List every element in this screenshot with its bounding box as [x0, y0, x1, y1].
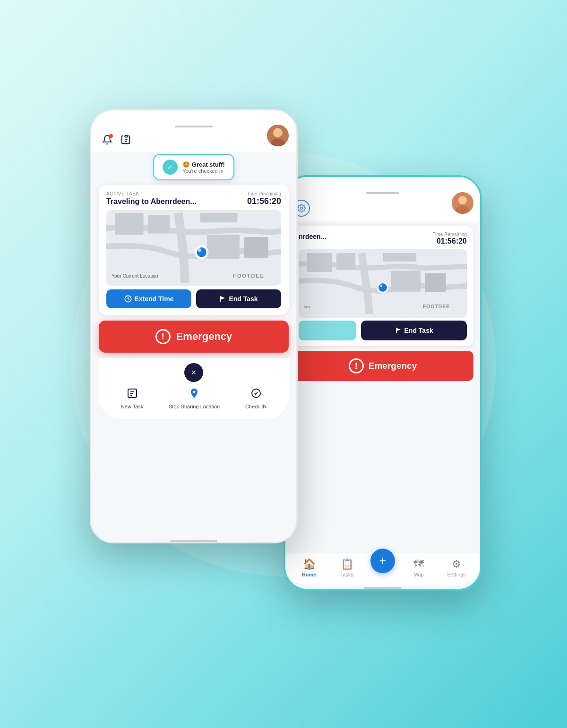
back-avatar: [452, 192, 473, 214]
svg-rect-8: [425, 273, 446, 292]
task-title: Traveling to Abenrdeen...: [106, 197, 197, 206]
new-task-icon: [127, 388, 138, 402]
notification-toast: ✓ 🤩 Great stuff! You're checked In: [153, 154, 234, 180]
back-time-value: 01:56:20: [433, 237, 467, 245]
svg-text:FOOTDEE: FOOTDEE: [423, 304, 450, 309]
bottom-menu: × New Task: [99, 358, 289, 419]
back-emergency-icon: !: [349, 358, 364, 373]
svg-rect-16: [125, 135, 128, 137]
time-remaining-value: 01:56:20: [247, 196, 281, 206]
svg-text:ion: ion: [304, 304, 310, 309]
nav-tasks-label: Tasks: [340, 572, 353, 577]
svg-rect-26: [244, 237, 268, 258]
svg-rect-23: [115, 213, 144, 235]
phone-front: ✓ 🤩 Great stuff! You're checked In Ac: [90, 109, 298, 543]
back-emergency-button[interactable]: ! Emergency: [292, 351, 473, 381]
back-phone-header: [285, 196, 480, 221]
toast-subtitle: You're checked In: [182, 168, 225, 174]
settings-nav-icon: ⚙: [452, 558, 461, 570]
stop-sharing-menu-item[interactable]: Stop Sharing Location: [169, 388, 220, 409]
location-icon: [189, 388, 200, 402]
back-bottom-nav: 🏠 Home 📋 Tasks + 🗺 Map ⚙ Settings: [285, 553, 480, 585]
clock-icon: [124, 295, 132, 303]
svg-rect-7: [391, 271, 421, 292]
svg-rect-35: [221, 296, 221, 302]
task-buttons: Extend Time End Task: [106, 289, 281, 308]
home-icon: 🏠: [303, 558, 316, 570]
front-home-bar: [170, 540, 217, 542]
back-phone-content: nrdeen... Time Remaining 01:56:20: [285, 221, 480, 553]
svg-rect-6: [336, 253, 355, 270]
svg-point-0: [301, 207, 303, 210]
front-status-pill: [175, 126, 213, 127]
svg-text:Your Current Location: Your Current Location: [112, 273, 158, 279]
new-task-menu-item[interactable]: New Task: [121, 388, 143, 409]
svg-point-2: [458, 196, 467, 204]
check-in-label: Check IN: [245, 404, 266, 409]
check-in-menu-item[interactable]: Check IN: [245, 388, 266, 409]
bell-icon[interactable]: [101, 133, 114, 146]
svg-rect-15: [396, 328, 397, 333]
back-task-title: nrdeen...: [299, 233, 326, 240]
svg-rect-27: [200, 213, 238, 222]
front-phone-notch: [163, 110, 224, 124]
flag-icon: [395, 327, 402, 334]
map-container: Your Current Location FOOTDEE: [106, 210, 281, 286]
svg-rect-25: [207, 235, 240, 259]
clipboard-icon[interactable]: [120, 133, 133, 146]
new-task-label: New Task: [121, 404, 143, 409]
flag-icon: [219, 296, 226, 302]
header-icons: [101, 133, 133, 146]
toast-title: 🤩 Great stuff!: [182, 161, 225, 168]
map-icon: 🗺: [413, 558, 424, 570]
svg-point-20: [273, 128, 283, 137]
back-phone-notch: [352, 177, 413, 190]
emergency-button[interactable]: ! Emergency: [99, 321, 289, 353]
nav-settings[interactable]: ⚙ Settings: [442, 558, 471, 577]
nav-map-label: Map: [413, 572, 423, 577]
svg-point-12: [380, 285, 382, 287]
stop-sharing-label: Stop Sharing Location: [169, 404, 220, 409]
toast-check-icon: ✓: [163, 160, 178, 175]
svg-rect-5: [307, 253, 332, 272]
check-in-icon: [250, 388, 262, 402]
nav-home-label: Home: [302, 572, 317, 577]
extend-time-button[interactable]: Extend Time: [106, 289, 191, 308]
phone-back: nrdeen... Time Remaining 01:56:20: [284, 175, 482, 591]
front-avatar: [267, 125, 289, 146]
bell-notification-dot: [109, 134, 113, 138]
nav-tasks[interactable]: 📋 Tasks: [333, 558, 361, 577]
fab-button[interactable]: +: [370, 549, 395, 573]
nav-home[interactable]: 🏠 Home: [295, 558, 323, 577]
back-end-task-button[interactable]: End Task: [361, 321, 467, 340]
time-remaining-label: Time Remaining: [247, 191, 281, 196]
emergency-icon: !: [155, 329, 171, 344]
svg-point-30: [198, 248, 201, 252]
svg-rect-24: [148, 215, 170, 234]
svg-point-11: [378, 283, 387, 292]
back-time-label: Time Remaining: [433, 232, 467, 237]
svg-rect-9: [383, 253, 416, 262]
tasks-icon: 📋: [341, 558, 353, 570]
front-phone-header: ✓ 🤩 Great stuff! You're checked In: [91, 129, 296, 152]
menu-items: New Task Stop Sharing Location: [99, 388, 289, 409]
active-task-label: Active Task: [106, 191, 197, 196]
back-status-pill: [366, 192, 399, 194]
close-menu-button[interactable]: ×: [184, 363, 203, 382]
task-card: Active Task Traveling to Abenrdeen... Ti…: [99, 185, 289, 315]
svg-text:FOOTDEE: FOOTDEE: [233, 273, 265, 279]
back-home-bar: [364, 587, 402, 589]
nav-settings-label: Settings: [447, 572, 466, 577]
front-phone-content: Active Task Traveling to Abenrdeen... Ti…: [91, 178, 296, 537]
back-task-card: nrdeen... Time Remaining 01:56:20: [292, 226, 473, 346]
end-task-button[interactable]: End Task: [196, 289, 281, 308]
nav-map[interactable]: 🗺 Map: [404, 558, 433, 577]
back-map: ion FOOTDEE: [299, 249, 467, 318]
